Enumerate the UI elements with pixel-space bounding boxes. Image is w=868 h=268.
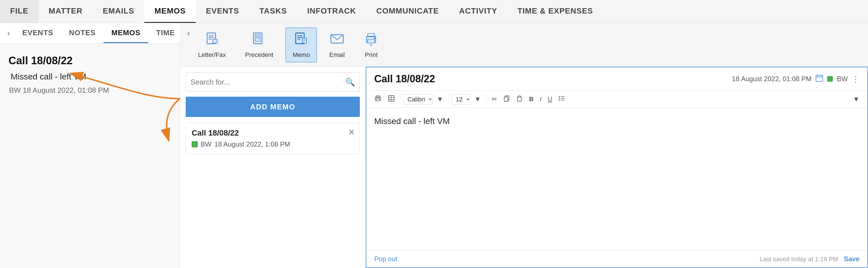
svg-rect-28	[376, 99, 379, 101]
precedent-icon	[252, 31, 267, 49]
font-family-dropdown-icon[interactable]: ▼	[434, 94, 446, 104]
nav-infotrack[interactable]: INFOTRACK	[297, 0, 366, 23]
memo-preview-title: Call 18/08/22	[8, 55, 172, 67]
memo-item-date: 18 August 2022, 1:08 PM	[214, 140, 290, 148]
memo-close-button[interactable]: ✕	[348, 127, 355, 137]
editor-body[interactable]: Missed call - left VM	[366, 108, 867, 250]
nav-tasks[interactable]: TASKS	[249, 0, 297, 23]
editor-author: BW	[837, 75, 848, 83]
italic-icon[interactable]: I	[537, 95, 544, 104]
svg-rect-23	[816, 75, 823, 81]
toolbar-divider-3	[486, 95, 487, 103]
search-icon: 🔍	[345, 78, 355, 87]
svg-rect-19	[368, 39, 374, 43]
toolbar-letter-fax[interactable]: Letter/Fax	[191, 28, 233, 62]
last-saved-text: Last saved today at 1:19 PM	[760, 256, 838, 263]
kebab-menu-icon[interactable]: ⋮	[852, 74, 860, 84]
right-panel: Call 18/08/22 18 August 2022, 01:08 PM B…	[366, 67, 868, 268]
toolbar-divider-1	[400, 95, 400, 103]
editor-header: Call 18/08/22 18 August 2022, 01:08 PM B…	[366, 68, 867, 91]
print-icon	[364, 31, 378, 49]
editor-title: Call 18/08/22	[374, 73, 435, 85]
svg-point-43	[559, 100, 560, 101]
search-input[interactable]	[190, 78, 345, 86]
add-memo-button[interactable]: ADD MEMO	[186, 97, 360, 117]
search-bar[interactable]: 🔍	[186, 73, 360, 91]
pop-out-link[interactable]: Pop out	[374, 255, 398, 263]
memo-icon	[294, 31, 309, 49]
nav-activity[interactable]: ACTIVITY	[449, 0, 507, 23]
nav-memos[interactable]: MEMOS	[144, 0, 196, 23]
email-icon	[330, 31, 344, 49]
svg-rect-37	[518, 96, 521, 97]
middle-panel: 🔍 ADD MEMO ✕ Call 18/08/22 BW 18 August …	[180, 67, 366, 268]
nav-communicate[interactable]: COMMUNICATE	[366, 0, 449, 23]
paste-icon[interactable]	[514, 94, 525, 105]
memo-preview-meta: BW 18 August 2022, 01:08 PM	[8, 86, 172, 95]
editor-meta: 18 August 2022, 01:08 PM BW ⋮	[732, 74, 860, 84]
nav-file[interactable]: FILE	[0, 0, 38, 23]
font-family-select[interactable]: Calibri	[403, 94, 433, 105]
toolbar: Letter/Fax Precedent Mem	[180, 23, 868, 67]
sub-nav: ‹ EVENTS NOTES MEMOS TIME ›	[0, 23, 180, 44]
calendar-icon[interactable]	[815, 74, 823, 84]
nav-time-expenses[interactable]: TIME & EXPENSES	[507, 0, 603, 23]
toolbar-memo[interactable]: Memo	[286, 28, 317, 62]
editor-footer: Pop out Last saved today at 1:19 PM Save	[366, 250, 867, 267]
copy-icon[interactable]	[501, 94, 513, 105]
list-icon[interactable]	[556, 94, 567, 105]
svg-point-21	[374, 37, 375, 38]
memo-preview-content: Missed call - left VM	[8, 72, 172, 81]
font-size-select[interactable]: 12	[452, 94, 470, 105]
editor-content: Missed call - left VM	[374, 116, 450, 126]
sub-nav-prev[interactable]: ‹	[3, 29, 14, 38]
top-nav: FILE MATTER EMAILS MEMOS EVENTS TASKS IN…	[0, 0, 868, 23]
footer-right: Last saved today at 1:19 PM Save	[760, 255, 860, 263]
save-link[interactable]: Save	[844, 255, 860, 263]
toolbar-divider-2	[448, 95, 449, 103]
editor-date: 18 August 2022, 01:08 PM	[732, 75, 811, 83]
svg-rect-35	[504, 97, 508, 102]
sub-nav-notes[interactable]: NOTES	[61, 23, 103, 43]
cut-icon[interactable]: ✂	[489, 94, 499, 104]
print-toolbar-icon[interactable]	[372, 93, 384, 105]
toolbar-email[interactable]: Email	[322, 28, 351, 62]
toolbar-letter-fax-label: Letter/Fax	[198, 51, 226, 59]
underline-icon[interactable]: U	[546, 95, 555, 104]
memo-item-title: Call 18/08/22	[192, 129, 354, 137]
letter-fax-icon	[205, 31, 219, 49]
sub-nav-memos[interactable]: MEMOS	[103, 23, 148, 43]
toolbar-print-label: Print	[365, 51, 378, 59]
nav-events[interactable]: EVENTS	[196, 0, 249, 23]
toolbar-precedent[interactable]: Precedent	[238, 28, 280, 62]
toolbar-memo-label: Memo	[292, 51, 310, 59]
svg-rect-29	[376, 96, 379, 98]
editor-bw-badge	[827, 76, 833, 82]
sub-nav-time[interactable]: TIME	[148, 23, 183, 43]
editor-toolbar: Calibri ▼ 12 ▼ ✂ B I U	[366, 91, 867, 108]
collapse-icon[interactable]: ▼	[850, 94, 862, 104]
left-panel: Call 18/08/22 Missed call - left VM BW 1…	[0, 44, 180, 268]
bw-status-badge	[192, 141, 198, 148]
svg-rect-30	[389, 96, 394, 101]
svg-rect-4	[213, 39, 217, 43]
toolbar-print[interactable]: Print	[357, 28, 385, 62]
sub-nav-events[interactable]: EVENTS	[14, 23, 61, 43]
svg-point-41	[559, 96, 560, 97]
sub-nav-next[interactable]: ›	[183, 29, 194, 38]
memo-item-author: BW	[200, 140, 212, 148]
table-toolbar-icon[interactable]	[385, 93, 397, 105]
svg-point-42	[559, 98, 560, 99]
font-size-dropdown-icon[interactable]: ▼	[472, 94, 484, 104]
bold-icon[interactable]: B	[527, 95, 536, 104]
toolbar-email-label: Email	[329, 51, 345, 59]
toolbar-precedent-label: Precedent	[245, 51, 273, 59]
nav-emails[interactable]: EMAILS	[93, 0, 144, 23]
nav-matter[interactable]: MATTER	[38, 0, 93, 23]
memo-item-meta: BW 18 August 2022, 1:08 PM	[192, 140, 354, 148]
memo-list-item[interactable]: ✕ Call 18/08/22 BW 18 August 2022, 1:08 …	[186, 123, 360, 154]
